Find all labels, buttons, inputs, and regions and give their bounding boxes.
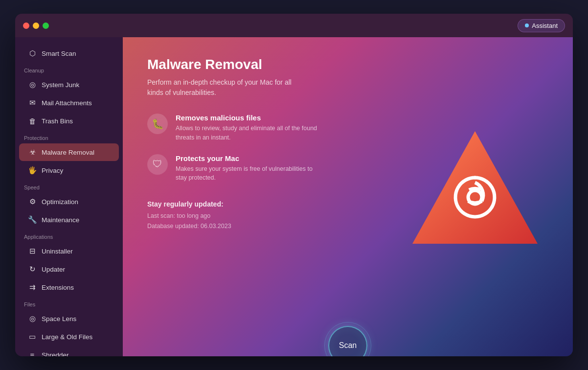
- sidebar-item-label: Malware Removal: [42, 149, 94, 156]
- malware-icon: ☣: [28, 148, 37, 157]
- optimization-icon: ⚙: [28, 197, 37, 206]
- minimize-button[interactable]: [33, 23, 39, 29]
- sidebar-item-label: Space Lens: [42, 315, 76, 323]
- smart-scan-icon: ⬡: [28, 49, 37, 58]
- sidebar-item-system-junk[interactable]: ◎ System Junk: [19, 76, 119, 93]
- main-content: Malware Removal Perform an in-depth chec…: [123, 37, 573, 356]
- sidebar-item-label: Uninstaller: [42, 248, 73, 255]
- feature-text-malicious: Removes malicious files Allows to review…: [176, 114, 322, 142]
- assistant-button[interactable]: Assistant: [518, 19, 565, 32]
- sidebar-item-label: Trash Bins: [42, 117, 73, 125]
- sidebar-item-updater[interactable]: ↻ Updater: [19, 260, 119, 278]
- scan-button-label: Scan: [339, 341, 357, 350]
- feature-title-malicious: Removes malicious files: [176, 114, 322, 122]
- app-body: ⬡ Smart Scan Cleanup ◎ System Junk ✉ Mai…: [15, 37, 573, 356]
- sidebar-item-label: Mail Attachments: [42, 99, 92, 107]
- assistant-dot-icon: [525, 23, 529, 27]
- privacy-icon: 🖐: [28, 166, 37, 175]
- feature-icon-wrap-protect: 🛡: [147, 154, 168, 175]
- maintenance-icon: 🔧: [28, 215, 37, 224]
- feature-title-protect: Protects your Mac: [176, 154, 322, 162]
- traffic-lights: [23, 23, 49, 29]
- feature-icon-wrap-malicious: 🐛: [147, 114, 168, 134]
- sidebar-item-uninstaller[interactable]: ⊟ Uninstaller: [19, 242, 119, 260]
- sidebar-item-privacy[interactable]: 🖐 Privacy: [19, 162, 119, 179]
- app-window: Assistant ⬡ Smart Scan Cleanup ◎ System …: [15, 14, 573, 356]
- sidebar-item-label: Optimization: [42, 198, 78, 206]
- mail-icon: ✉: [28, 98, 37, 107]
- sidebar-item-label: Maintenance: [42, 216, 79, 224]
- sidebar-item-label: Extensions: [42, 284, 74, 291]
- bug-icon: 🐛: [152, 118, 164, 130]
- feature-desc-malicious: Allows to review, study and eliminate al…: [176, 124, 322, 142]
- sidebar-item-shredder[interactable]: ≡ Shredder: [19, 346, 119, 356]
- space-lens-icon: ◎: [28, 314, 37, 323]
- sidebar-item-label: Privacy: [42, 167, 63, 174]
- sidebar-item-mail-attachments[interactable]: ✉ Mail Attachments: [19, 94, 119, 112]
- trash-icon: 🗑: [28, 116, 37, 125]
- page-title: Malware Removal: [147, 57, 548, 72]
- sidebar-item-malware-removal[interactable]: ☣ Malware Removal: [19, 143, 119, 161]
- shield-icon: 🛡: [153, 159, 162, 170]
- sidebar-item-maintenance[interactable]: 🔧 Maintenance: [19, 211, 119, 229]
- scan-button-wrap: Scan: [328, 326, 367, 356]
- sidebar-item-space-lens[interactable]: ◎ Space Lens: [19, 310, 119, 327]
- page-subtitle: Perform an in-depth checkup of your Mac …: [147, 77, 304, 98]
- sidebar-item-label: Large & Old Files: [42, 333, 92, 341]
- sidebar: ⬡ Smart Scan Cleanup ◎ System Junk ✉ Mai…: [15, 37, 123, 356]
- assistant-label: Assistant: [532, 22, 558, 29]
- updater-icon: ↻: [28, 265, 37, 274]
- sidebar-item-large-old-files[interactable]: ▭ Large & Old Files: [19, 328, 119, 346]
- sidebar-item-label: Smart Scan: [42, 50, 76, 57]
- section-label-applications: Applications: [15, 229, 123, 242]
- section-label-protection: Protection: [15, 130, 123, 143]
- sidebar-item-smart-scan[interactable]: ⬡ Smart Scan: [19, 45, 119, 62]
- sidebar-item-extensions[interactable]: ⇉ Extensions: [19, 278, 119, 296]
- section-label-files: Files: [15, 297, 123, 309]
- sidebar-item-label: Shredder: [42, 351, 69, 357]
- sidebar-item-trash-bins[interactable]: 🗑 Trash Bins: [19, 112, 119, 130]
- scan-button[interactable]: Scan: [328, 326, 367, 356]
- sidebar-item-optimization[interactable]: ⚙ Optimization: [19, 193, 119, 210]
- large-files-icon: ▭: [28, 332, 37, 341]
- shredder-icon: ≡: [28, 350, 37, 356]
- extensions-icon: ⇉: [28, 283, 37, 292]
- titlebar: Assistant: [15, 14, 573, 37]
- maximize-button[interactable]: [43, 23, 49, 29]
- sidebar-item-label: System Junk: [42, 81, 79, 89]
- system-junk-icon: ◎: [28, 80, 37, 89]
- feature-text-protect: Protects your Mac Makes sure your system…: [176, 154, 322, 183]
- biohazard-graphic: [407, 121, 543, 258]
- section-label-speed: Speed: [15, 180, 123, 192]
- section-label-cleanup: Cleanup: [15, 63, 123, 75]
- close-button[interactable]: [23, 23, 29, 29]
- feature-desc-protect: Makes sure your system is free of vulner…: [176, 164, 322, 183]
- uninstaller-icon: ⊟: [28, 247, 37, 255]
- sidebar-item-label: Updater: [42, 266, 65, 273]
